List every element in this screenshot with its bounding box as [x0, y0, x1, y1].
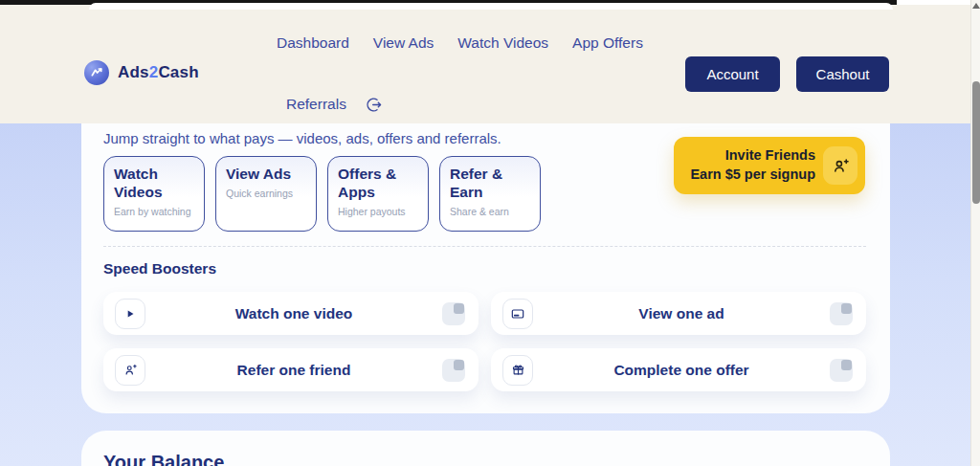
quick-card-watch-videos[interactable]: Watch Videos Earn by watching	[103, 156, 205, 232]
quick-actions-panel: Jump straight to what pays — videos, ads…	[81, 123, 890, 413]
gift-icon	[502, 355, 533, 386]
nav-view-ads[interactable]: View Ads	[373, 34, 434, 52]
booster-view-one-ad[interactable]: View one ad	[491, 292, 866, 335]
nav-dashboard[interactable]: Dashboard	[277, 34, 349, 52]
nav-secondary: Referrals	[286, 96, 382, 113]
scrollbar-thumb[interactable]	[972, 81, 980, 204]
booster-label: Refer one friend	[145, 362, 442, 379]
person-plus-icon	[115, 355, 145, 386]
nav-referrals[interactable]: Referrals	[286, 96, 346, 113]
brand-name: Ads2Cash	[118, 63, 199, 82]
brand-logo[interactable]: Ads2Cash	[84, 60, 199, 85]
booster-refer-one-friend[interactable]: Refer one friend	[103, 348, 479, 391]
speed-boosters-grid: Watch one video View one ad	[103, 292, 866, 391]
quick-card-subtitle: Higher payouts	[338, 206, 418, 217]
quick-card-view-ads[interactable]: View Ads Quick earnings	[215, 156, 317, 232]
quick-card-subtitle: Quick earnings	[226, 188, 306, 199]
copy-icon	[442, 359, 465, 382]
intro-text: Jump straight to what pays — videos, ads…	[103, 130, 501, 146]
ad-banner-icon	[502, 299, 533, 329]
balance-panel: Your Balance	[81, 431, 890, 466]
balance-heading: Your Balance	[103, 452, 224, 466]
booster-label: Watch one video	[145, 305, 442, 322]
quick-card-title: Offers & Apps	[338, 166, 418, 202]
quick-card-title: Watch Videos	[114, 166, 194, 202]
account-button[interactable]: Account	[685, 56, 780, 92]
copy-icon	[442, 302, 465, 325]
booster-label: Complete one offer	[533, 362, 830, 379]
quick-card-refer-earn[interactable]: Refer & Earn Share & earn	[439, 156, 541, 232]
nav-app-offers[interactable]: App Offers	[572, 34, 643, 52]
brand-trend-icon	[84, 60, 109, 85]
copy-icon	[830, 359, 853, 382]
quick-card-offers-apps[interactable]: Offers & Apps Higher payouts	[327, 156, 429, 232]
scrollbar[interactable]	[970, 0, 980, 466]
booster-complete-one-offer[interactable]: Complete one offer	[491, 348, 866, 391]
speed-boosters-heading: Speed Boosters	[103, 260, 216, 277]
quick-card-title: Refer & Earn	[450, 166, 530, 202]
copy-icon	[830, 302, 853, 325]
section-divider	[103, 246, 866, 247]
logout-icon[interactable]	[366, 97, 382, 113]
quick-cards-row: Watch Videos Earn by watching View Ads Q…	[103, 156, 541, 232]
nav-watch-videos[interactable]: Watch Videos	[457, 34, 548, 52]
quick-card-subtitle: Earn by watching	[114, 206, 194, 217]
play-icon	[115, 299, 145, 329]
booster-label: View one ad	[533, 305, 830, 322]
page-top-edge	[89, 3, 893, 10]
header: Ads2Cash Dashboard View Ads Watch Videos…	[0, 5, 970, 123]
quick-card-subtitle: Share & earn	[450, 206, 530, 217]
nav-primary: Dashboard View Ads Watch Videos App Offe…	[277, 34, 643, 52]
scroll-up-arrow-icon[interactable]	[972, 3, 980, 9]
person-plus-icon	[823, 146, 858, 185]
quick-card-title: View Ads	[226, 166, 306, 184]
invite-friends-button[interactable]: Invite Friends Earn $5 per signup	[674, 137, 865, 194]
booster-watch-one-video[interactable]: Watch one video	[103, 292, 479, 335]
invite-text: Invite Friends Earn $5 per signup	[690, 146, 815, 184]
cashout-button[interactable]: Cashout	[796, 56, 889, 92]
